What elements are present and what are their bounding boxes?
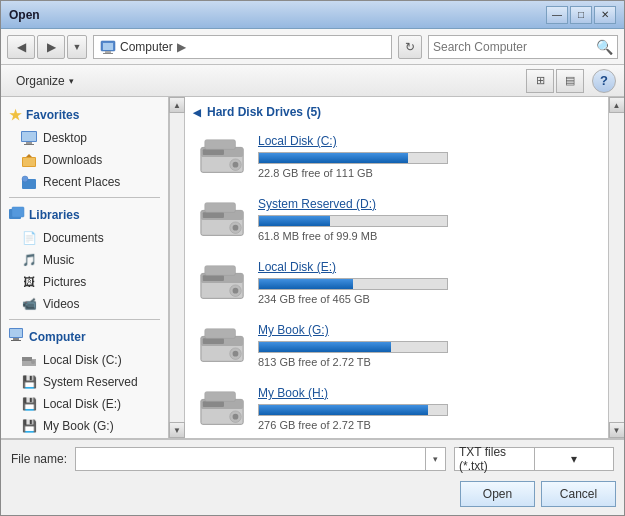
svg-rect-14	[12, 207, 24, 217]
title-bar: Open — □ ✕	[1, 1, 624, 29]
forward-button[interactable]: ▶	[37, 35, 65, 59]
search-icon[interactable]: 🔍	[596, 39, 613, 55]
bottom-section: File name: ▾ TXT files (*.txt) ▾ Open Ca…	[1, 438, 624, 515]
view-tiles-button[interactable]: ⊞	[526, 69, 554, 93]
refresh-button[interactable]: ↻	[398, 35, 422, 59]
drive-bar-fill-d	[259, 216, 330, 226]
localc-icon	[21, 352, 37, 368]
videos-icon: 📹	[21, 296, 37, 312]
svg-rect-17	[13, 338, 19, 340]
sidebar-section-favorites-header[interactable]: ★ Favorites	[1, 103, 168, 127]
sidebar-item-desktop[interactable]: Desktop	[1, 127, 168, 149]
close-button[interactable]: ✕	[594, 6, 616, 24]
drive-name-e: Local Disk (E:)	[258, 260, 595, 274]
title-bar-controls: — □ ✕	[546, 6, 616, 24]
sidebar-item-documents[interactable]: 📄 Documents	[1, 227, 168, 249]
svg-rect-1	[103, 43, 113, 50]
filetype-dropdown-arrow[interactable]: ▾	[534, 448, 614, 470]
desktop-label: Desktop	[43, 131, 87, 145]
mybook-label: My Book (G:)	[43, 419, 114, 433]
sidebar-section-libraries-header[interactable]: Libraries	[1, 202, 168, 227]
hdd-label: Hard Disk Drives (5)	[207, 105, 321, 119]
svg-rect-36	[203, 275, 224, 281]
sidebar-item-downloads[interactable]: Downloads	[1, 149, 168, 171]
sidebar-section-computer-header[interactable]: Computer	[1, 324, 168, 349]
path-arrow: ▶	[177, 40, 186, 54]
minimize-button[interactable]: —	[546, 6, 568, 24]
content-area: ◀ Hard Disk Drives (5) Local	[185, 97, 608, 438]
divider-2	[9, 319, 160, 320]
path-label: Computer	[120, 40, 173, 54]
drive-bar-fill-g	[259, 342, 391, 352]
filename-wrapper[interactable]: ▾	[75, 447, 446, 471]
nav-buttons: ◀ ▶ ▼	[7, 35, 87, 59]
back-button[interactable]: ◀	[7, 35, 35, 59]
drive-free-d: 61.8 MB free of 99.9 MB	[258, 230, 595, 242]
filename-dropdown-arrow[interactable]: ▾	[425, 448, 445, 470]
hdd-section-header: ◀ Hard Disk Drives (5)	[193, 105, 600, 119]
recent-icon	[21, 174, 37, 190]
search-input[interactable]	[433, 40, 596, 54]
sidebar-item-recent[interactable]: Recent Places	[1, 171, 168, 193]
svg-rect-6	[26, 142, 32, 144]
content-scroll-up[interactable]: ▲	[609, 97, 625, 113]
filetype-label: TXT files (*.txt)	[455, 445, 534, 473]
drive-item-d[interactable]: System Reserved (D:) 61.8 MB free of 99.…	[193, 190, 600, 249]
mybook-icon: 💾	[21, 418, 37, 434]
address-path[interactable]: Computer ▶	[93, 35, 392, 59]
address-bar: ◀ ▶ ▼ Computer ▶ ↻ 🔍	[1, 29, 624, 65]
maximize-button[interactable]: □	[570, 6, 592, 24]
sidebar-item-systemd[interactable]: 💾 System Reserved	[1, 371, 168, 393]
organize-button[interactable]: Organize ▾	[9, 70, 81, 92]
svg-point-26	[233, 161, 239, 167]
drive-free-h: 276 GB free of 2.72 TB	[258, 419, 595, 431]
main-area: ★ Favorites Desktop	[1, 97, 624, 438]
drive-free-g: 813 GB free of 2.72 TB	[258, 356, 595, 368]
sidebar-scroll-down[interactable]: ▼	[169, 422, 185, 438]
filetype-wrapper[interactable]: TXT files (*.txt) ▾	[454, 447, 614, 471]
view-list-button[interactable]: ▤	[556, 69, 584, 93]
sidebar-item-videos[interactable]: 📹 Videos	[1, 293, 168, 315]
svg-point-50	[233, 413, 239, 419]
sidebar-item-locale[interactable]: 💾 Local Disk (E:)	[1, 393, 168, 415]
drive-bar-container-c	[258, 152, 448, 164]
sidebar-scrollbar: ▲ ▼	[169, 97, 185, 438]
sidebar-scroll-up[interactable]: ▲	[169, 97, 185, 113]
help-button[interactable]: ?	[592, 69, 616, 93]
nav-dropdown-button[interactable]: ▼	[67, 35, 87, 59]
drive-item-h[interactable]: My Book (H:) 276 GB free of 2.72 TB	[193, 379, 600, 438]
drive-icon-g	[198, 325, 248, 367]
music-label: Music	[43, 253, 74, 267]
filename-input[interactable]	[76, 448, 425, 470]
drive-name-h: My Book (H:)	[258, 386, 595, 400]
svg-rect-39	[205, 265, 236, 275]
search-box[interactable]: 🔍	[428, 35, 618, 59]
path-computer-icon	[100, 39, 116, 55]
sidebar-item-music[interactable]: 🎵 Music	[1, 249, 168, 271]
svg-point-32	[233, 224, 239, 230]
drive-item-e[interactable]: Local Disk (E:) 234 GB free of 465 GB	[193, 253, 600, 312]
sidebar-item-pictures[interactable]: 🖼 Pictures	[1, 271, 168, 293]
drive-bar-fill-c	[259, 153, 408, 163]
downloads-icon	[21, 152, 37, 168]
cancel-button[interactable]: Cancel	[541, 481, 616, 507]
content-scroll-down[interactable]: ▼	[609, 422, 625, 438]
drive-bar-fill-e	[259, 279, 353, 289]
drives-container: Local Disk (C:) 22.8 GB free of 111 GB	[193, 127, 600, 438]
favorites-label: Favorites	[26, 108, 79, 122]
open-button[interactable]: Open	[460, 481, 535, 507]
svg-rect-7	[24, 144, 34, 145]
sidebar-item-localc[interactable]: Local Disk (C:)	[1, 349, 168, 371]
svg-rect-20	[22, 357, 32, 361]
systemd-label: System Reserved	[43, 375, 138, 389]
svg-rect-42	[203, 338, 224, 344]
divider-1	[9, 197, 160, 198]
sidebar-section-favorites: ★ Favorites Desktop	[1, 103, 168, 193]
drive-name-c: Local Disk (C:)	[258, 134, 595, 148]
drive-info-d: System Reserved (D:) 61.8 MB free of 99.…	[258, 197, 595, 242]
drive-item-c[interactable]: Local Disk (C:) 22.8 GB free of 111 GB	[193, 127, 600, 186]
drive-item-g[interactable]: My Book (G:) 813 GB free of 2.72 TB	[193, 316, 600, 375]
sidebar-item-mybook[interactable]: 💾 My Book (G:)	[1, 415, 168, 437]
svg-rect-27	[205, 139, 236, 149]
drive-bar-fill-h	[259, 405, 428, 415]
